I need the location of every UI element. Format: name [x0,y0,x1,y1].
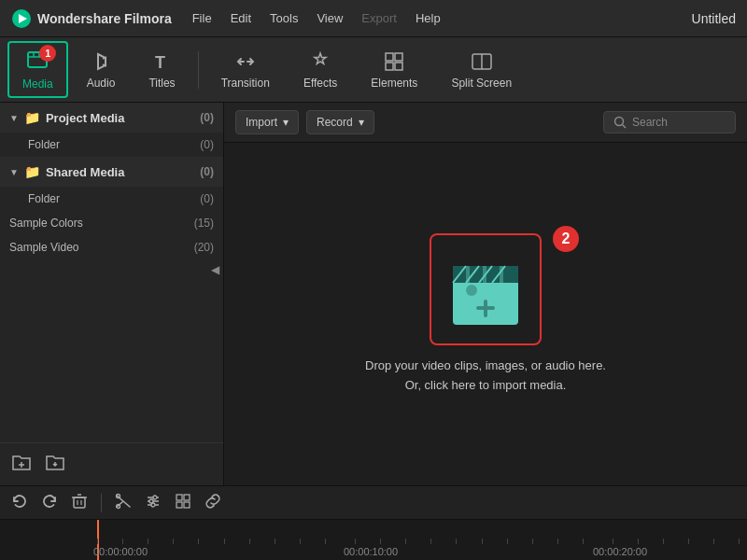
undo-icon [11,493,28,510]
undo-btn[interactable] [11,493,28,513]
audio-settings-icon [145,493,162,510]
sidebar-item-shared-folder[interactable]: Folder (0) [0,187,223,211]
redo-btn[interactable] [41,493,58,513]
sidebar: ▼ 📁 Project Media (0) Folder (0) ▼ 📁 Sha… [0,103,224,485]
new-folder-btn[interactable] [11,453,32,476]
media-panel: Import ▾ Record ▾ [224,103,747,485]
app-logo-icon [11,8,32,29]
redo-icon [41,493,58,510]
sidebar-count-shared-folder: (0) [200,192,214,205]
sidebar-label-project-media: Project Media [46,111,125,125]
folder-icon-shared: 📁 [24,164,40,179]
toolbar-btn-splitscreen[interactable]: Split Screen [436,43,527,97]
svg-rect-46 [184,495,190,500]
timeline-ruler: 00:00:00:00 00:00:10:00 00:00:20:00 [0,520,747,560]
cut-btn[interactable] [115,493,132,513]
menu-edit[interactable]: Edit [223,7,259,29]
menu-view[interactable]: View [309,7,350,29]
sidebar-item-project-folder[interactable]: Folder (0) [0,133,223,157]
toolbar-btn-audio[interactable]: Audio [72,43,131,97]
svg-point-42 [149,499,153,503]
link-btn[interactable] [204,493,221,512]
sidebar-section-shared-media[interactable]: ▼ 📁 Shared Media (0) [0,157,223,187]
tick-5 [224,539,225,544]
tick-1 [122,539,123,544]
audio-settings-btn[interactable] [145,493,162,513]
tick-14 [456,539,457,544]
sidebar-count-project-media: (0) [200,111,214,124]
svg-point-43 [153,496,157,499]
svg-point-29 [466,285,477,296]
media-badge: 1 [39,45,56,62]
toolbar-label-transition: Transition [221,77,270,90]
tick-25 [739,539,740,544]
toolbar-btn-titles[interactable]: T Titles [134,43,190,97]
menu-tools[interactable]: Tools [262,7,305,29]
sidebar-item-sample-colors[interactable]: Sample Colors (15) [0,211,223,235]
sidebar-section-project-media[interactable]: ▼ 📁 Project Media (0) [0,103,223,133]
toolbar: 1 Media Audio T Titles Transition Effect… [0,37,747,103]
titles-icon: T [151,50,174,73]
import-dropdown[interactable]: Import ▾ [235,110,299,134]
svg-point-17 [615,118,624,126]
svg-rect-9 [386,53,393,61]
new-folder-icon [11,453,32,471]
svg-text:T: T [155,53,165,72]
delete-icon [71,493,88,510]
title-bar-left: Wondershare Filmora File Edit Tools View… [11,7,448,29]
toolbar-btn-effects[interactable]: Effects [289,43,352,97]
folder-icon-project: 📁 [24,110,40,125]
toolbar-label-effects: Effects [303,77,337,90]
time-marker-0: 00:00:00:00 [93,546,148,557]
title-bar: Wondershare Filmora File Edit Tools View… [0,0,747,37]
toolbar-label-elements: Elements [371,77,417,90]
menu-help[interactable]: Help [408,7,448,29]
svg-rect-47 [176,502,182,508]
record-label: Record [317,116,353,129]
svg-line-18 [623,125,627,129]
sidebar-count-shared-media: (0) [200,165,214,178]
tick-18 [557,539,558,544]
snap-btn[interactable] [175,493,191,512]
record-dropdown[interactable]: Record ▾ [306,110,374,134]
search-box[interactable] [603,111,736,133]
time-marker-20: 00:00:20:00 [593,546,647,557]
timeline-toolbar [0,486,747,520]
svg-rect-12 [395,63,402,70]
tick-2 [148,539,148,544]
toolbar-btn-elements[interactable]: Elements [356,43,432,97]
window-title: Untitled [692,11,736,26]
tick-19 [583,539,584,544]
sidebar-count-sample-colors: (15) [194,217,214,230]
media-toolbar: Import ▾ Record ▾ [224,103,747,143]
tick-4 [198,539,199,544]
tick-17 [532,539,533,544]
toolbar-btn-transition[interactable]: Transition [206,43,285,97]
toolbar-label-audio: Audio [87,77,116,90]
toolbar-label-splitscreen: Split Screen [451,77,512,90]
tick-6 [249,539,250,544]
sidebar-collapse-btn[interactable]: ◀ [0,259,223,280]
delete-btn[interactable] [71,493,88,513]
import-folder-icon [45,453,65,471]
sidebar-item-sample-video[interactable]: Sample Video (20) [0,235,223,259]
menu-file[interactable]: File [185,7,219,29]
drop-badge-2: 2 [553,226,579,252]
drop-text: Drop your video clips, images, or audio … [365,357,606,396]
svg-rect-24 [503,266,518,283]
toolbar-btn-media[interactable]: 1 Media [7,41,68,98]
tick-20 [613,539,613,544]
import-folder-btn[interactable] [45,453,65,476]
tick-7 [275,539,275,544]
svg-rect-10 [395,53,402,61]
search-icon [613,116,627,129]
app-name: Wondershare Filmora [37,11,172,26]
clapperboard-icon [444,247,528,331]
menu-export: Export [354,7,404,29]
chevron-shared-media: ▼ [9,167,19,177]
splitscreen-icon [471,50,493,73]
search-input[interactable] [632,116,726,129]
tick-16 [507,539,508,544]
tick-23 [688,539,689,544]
drop-zone[interactable]: 2 Drop your video clips, images, or audi… [224,143,747,485]
